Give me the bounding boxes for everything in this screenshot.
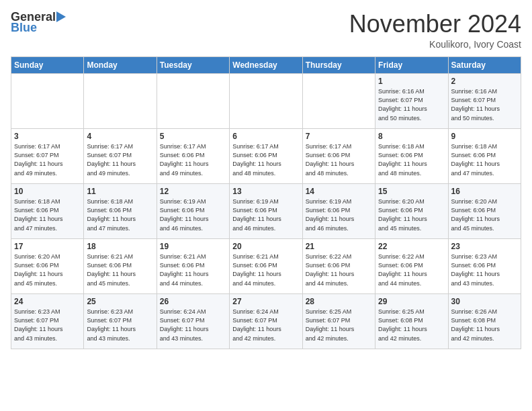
- calendar-cell: [230, 73, 302, 128]
- day-number: 20: [232, 241, 299, 253]
- calendar-header-monday: Monday: [84, 56, 157, 73]
- day-info: Sunrise: 6:18 AM Sunset: 6:06 PM Dayligh…: [451, 142, 518, 177]
- day-number: 28: [306, 296, 372, 308]
- calendar-cell: 7Sunrise: 6:17 AM Sunset: 6:06 PM Daylig…: [302, 128, 375, 183]
- calendar-cell: 30Sunrise: 6:26 AM Sunset: 6:08 PM Dayli…: [448, 293, 521, 349]
- page: General Blue November 2024 Koulikoro, Iv…: [0, 0, 532, 355]
- calendar-cell: 19Sunrise: 6:21 AM Sunset: 6:06 PM Dayli…: [157, 238, 229, 293]
- calendar-cell: [84, 73, 157, 128]
- calendar-header-friday: Friday: [375, 56, 448, 73]
- calendar-cell: 22Sunrise: 6:22 AM Sunset: 6:06 PM Dayli…: [375, 238, 448, 293]
- day-number: 1: [378, 76, 445, 87]
- calendar-cell: 9Sunrise: 6:18 AM Sunset: 6:06 PM Daylig…: [448, 128, 521, 183]
- calendar-cell: [11, 73, 84, 128]
- calendar-cell: 11Sunrise: 6:18 AM Sunset: 6:06 PM Dayli…: [84, 183, 157, 238]
- day-info: Sunrise: 6:22 AM Sunset: 6:06 PM Dayligh…: [306, 253, 372, 287]
- day-number: 25: [87, 296, 153, 308]
- day-number: 15: [378, 186, 445, 197]
- day-info: Sunrise: 6:17 AM Sunset: 6:06 PM Dayligh…: [306, 142, 372, 177]
- day-number: 24: [14, 296, 81, 308]
- calendar-cell: 24Sunrise: 6:23 AM Sunset: 6:07 PM Dayli…: [11, 293, 84, 349]
- calendar-header-wednesday: Wednesday: [230, 56, 302, 73]
- svg-marker-0: [56, 11, 66, 22]
- day-number: 29: [378, 296, 445, 308]
- calendar-header-row: SundayMondayTuesdayWednesdayThursdayFrid…: [11, 56, 521, 73]
- day-info: Sunrise: 6:25 AM Sunset: 6:08 PM Dayligh…: [378, 308, 445, 342]
- logo-arrow-icon: [56, 10, 67, 24]
- day-number: 21: [306, 241, 372, 253]
- calendar-week-3: 10Sunrise: 6:18 AM Sunset: 6:06 PM Dayli…: [11, 183, 521, 238]
- calendar-cell: 6Sunrise: 6:17 AM Sunset: 6:06 PM Daylig…: [230, 128, 302, 183]
- day-info: Sunrise: 6:17 AM Sunset: 6:07 PM Dayligh…: [14, 142, 81, 177]
- title-section: November 2024 Koulikoro, Ivory Coast: [349, 11, 521, 50]
- day-number: 8: [378, 131, 445, 142]
- day-info: Sunrise: 6:17 AM Sunset: 6:06 PM Dayligh…: [232, 142, 299, 177]
- day-info: Sunrise: 6:19 AM Sunset: 6:06 PM Dayligh…: [232, 197, 299, 232]
- calendar-week-1: 1Sunrise: 6:16 AM Sunset: 6:07 PM Daylig…: [11, 73, 521, 128]
- day-info: Sunrise: 6:16 AM Sunset: 6:07 PM Dayligh…: [451, 87, 518, 122]
- day-number: 4: [87, 131, 153, 142]
- calendar-cell: 2Sunrise: 6:16 AM Sunset: 6:07 PM Daylig…: [448, 73, 521, 128]
- calendar-cell: 13Sunrise: 6:19 AM Sunset: 6:06 PM Dayli…: [230, 183, 302, 238]
- logo: General Blue: [11, 11, 67, 35]
- calendar-cell: 12Sunrise: 6:19 AM Sunset: 6:06 PM Dayli…: [157, 183, 229, 238]
- day-info: Sunrise: 6:20 AM Sunset: 6:06 PM Dayligh…: [14, 253, 81, 287]
- day-info: Sunrise: 6:23 AM Sunset: 6:06 PM Dayligh…: [451, 253, 518, 287]
- day-info: Sunrise: 6:20 AM Sunset: 6:06 PM Dayligh…: [378, 197, 445, 232]
- calendar-cell: 28Sunrise: 6:25 AM Sunset: 6:07 PM Dayli…: [302, 293, 375, 349]
- calendar-cell: 1Sunrise: 6:16 AM Sunset: 6:07 PM Daylig…: [375, 73, 448, 128]
- day-number: 3: [14, 131, 81, 142]
- day-info: Sunrise: 6:24 AM Sunset: 6:07 PM Dayligh…: [232, 308, 299, 342]
- day-info: Sunrise: 6:17 AM Sunset: 6:07 PM Dayligh…: [87, 142, 153, 177]
- day-number: 17: [14, 241, 81, 253]
- day-info: Sunrise: 6:16 AM Sunset: 6:07 PM Dayligh…: [378, 87, 445, 122]
- day-number: 10: [14, 186, 81, 197]
- calendar-header-sunday: Sunday: [11, 56, 84, 73]
- calendar-cell: 14Sunrise: 6:19 AM Sunset: 6:06 PM Dayli…: [302, 183, 375, 238]
- calendar-week-4: 17Sunrise: 6:20 AM Sunset: 6:06 PM Dayli…: [11, 238, 521, 293]
- day-info: Sunrise: 6:17 AM Sunset: 6:06 PM Dayligh…: [160, 142, 226, 177]
- calendar-header-saturday: Saturday: [448, 56, 521, 73]
- day-number: 27: [232, 296, 299, 308]
- day-number: 18: [87, 241, 153, 253]
- calendar-cell: [302, 73, 375, 128]
- day-info: Sunrise: 6:21 AM Sunset: 6:06 PM Dayligh…: [87, 253, 153, 287]
- calendar-cell: 17Sunrise: 6:20 AM Sunset: 6:06 PM Dayli…: [11, 238, 84, 293]
- header: General Blue November 2024 Koulikoro, Iv…: [11, 11, 521, 50]
- day-info: Sunrise: 6:18 AM Sunset: 6:06 PM Dayligh…: [14, 197, 81, 232]
- day-info: Sunrise: 6:22 AM Sunset: 6:06 PM Dayligh…: [378, 253, 445, 287]
- calendar-cell: 5Sunrise: 6:17 AM Sunset: 6:06 PM Daylig…: [157, 128, 229, 183]
- calendar-cell: 23Sunrise: 6:23 AM Sunset: 6:06 PM Dayli…: [448, 238, 521, 293]
- day-number: 26: [160, 296, 226, 308]
- main-title: November 2024: [349, 11, 521, 38]
- day-number: 6: [232, 131, 299, 142]
- calendar-cell: 15Sunrise: 6:20 AM Sunset: 6:06 PM Dayli…: [375, 183, 448, 238]
- day-info: Sunrise: 6:23 AM Sunset: 6:07 PM Dayligh…: [87, 308, 153, 342]
- day-info: Sunrise: 6:18 AM Sunset: 6:06 PM Dayligh…: [87, 197, 153, 232]
- day-info: Sunrise: 6:19 AM Sunset: 6:06 PM Dayligh…: [160, 197, 226, 232]
- day-number: 12: [160, 186, 226, 197]
- day-number: 30: [451, 296, 518, 308]
- calendar-cell: 21Sunrise: 6:22 AM Sunset: 6:06 PM Dayli…: [302, 238, 375, 293]
- subtitle: Koulikoro, Ivory Coast: [349, 39, 521, 50]
- calendar-cell: 10Sunrise: 6:18 AM Sunset: 6:06 PM Dayli…: [11, 183, 84, 238]
- day-number: 5: [160, 131, 226, 142]
- calendar-cell: 16Sunrise: 6:20 AM Sunset: 6:06 PM Dayli…: [448, 183, 521, 238]
- day-number: 16: [451, 186, 518, 197]
- calendar-cell: 18Sunrise: 6:21 AM Sunset: 6:06 PM Dayli…: [84, 238, 157, 293]
- calendar-cell: 26Sunrise: 6:24 AM Sunset: 6:07 PM Dayli…: [157, 293, 229, 349]
- calendar-cell: 3Sunrise: 6:17 AM Sunset: 6:07 PM Daylig…: [11, 128, 84, 183]
- calendar-week-2: 3Sunrise: 6:17 AM Sunset: 6:07 PM Daylig…: [11, 128, 521, 183]
- day-number: 19: [160, 241, 226, 253]
- day-info: Sunrise: 6:24 AM Sunset: 6:07 PM Dayligh…: [160, 308, 226, 342]
- calendar-cell: 27Sunrise: 6:24 AM Sunset: 6:07 PM Dayli…: [230, 293, 302, 349]
- day-info: Sunrise: 6:21 AM Sunset: 6:06 PM Dayligh…: [160, 253, 226, 287]
- day-info: Sunrise: 6:20 AM Sunset: 6:06 PM Dayligh…: [451, 197, 518, 232]
- calendar-cell: 29Sunrise: 6:25 AM Sunset: 6:08 PM Dayli…: [375, 293, 448, 349]
- day-info: Sunrise: 6:18 AM Sunset: 6:06 PM Dayligh…: [378, 142, 445, 177]
- calendar: SundayMondayTuesdayWednesdayThursdayFrid…: [11, 56, 521, 349]
- day-info: Sunrise: 6:19 AM Sunset: 6:06 PM Dayligh…: [306, 197, 372, 232]
- day-number: 7: [306, 131, 372, 142]
- calendar-week-5: 24Sunrise: 6:23 AM Sunset: 6:07 PM Dayli…: [11, 293, 521, 349]
- day-number: 11: [87, 186, 153, 197]
